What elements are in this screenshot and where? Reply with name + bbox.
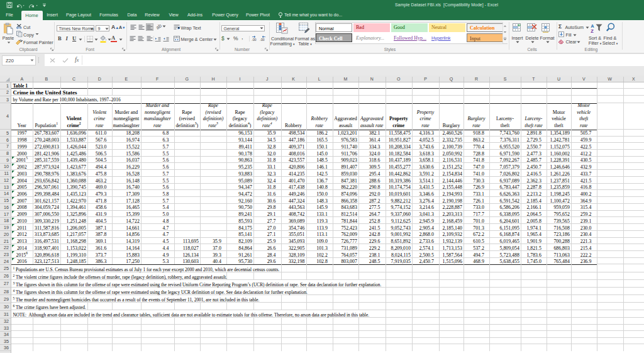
svg-text:0: 0 <box>255 38 257 42</box>
svg-text:0: 0 <box>263 38 265 42</box>
svg-text:Z: Z <box>591 28 594 33</box>
